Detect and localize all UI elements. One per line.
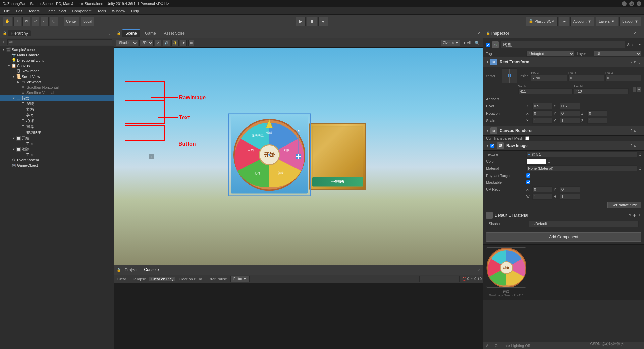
plastic-scm-button[interactable]: 🔒 Plastic SCM	[526, 17, 558, 26]
tree-arrow-zhuanpan[interactable]: ▼	[11, 96, 16, 101]
game-tab[interactable]: Game	[142, 30, 159, 37]
tree-item-wendu[interactable]: ▶ T 温暖	[0, 101, 114, 107]
scale-tool-button[interactable]: ⤢	[32, 17, 39, 26]
menu-window[interactable]: Window	[109, 8, 128, 14]
minimize-button[interactable]: —	[622, 1, 627, 6]
raw-image-enabled-checkbox[interactable]	[490, 144, 494, 148]
set-native-size-button[interactable]: Set Native Size	[607, 202, 641, 208]
tree-item-shenqi[interactable]: ▶ T 神奇	[0, 112, 114, 118]
cr-info-btn[interactable]: ?	[630, 129, 632, 133]
tree-item-quxiao[interactable]: ▼ 🔲 消除	[0, 146, 114, 152]
texture-select-btn[interactable]: ⊙	[639, 153, 641, 156]
static-dropdown-icon[interactable]: ▼	[638, 43, 641, 46]
tree-arrow-scrollview[interactable]: ▼	[11, 74, 16, 79]
color-select-btn[interactable]: ⊙	[548, 160, 550, 163]
uv-y-input[interactable]	[560, 186, 580, 192]
ui-mat-menu-btn[interactable]: ⋮	[638, 214, 641, 217]
hierarchy-tab[interactable]: Hierarchy	[8, 30, 31, 36]
rot-z-input[interactable]	[587, 110, 607, 116]
pivot-diagram[interactable]	[502, 68, 517, 83]
close-button[interactable]: ✕	[637, 1, 641, 6]
texture-field[interactable]: ● 转盘1	[526, 151, 637, 157]
tree-item-quxiao-text[interactable]: ▶ T Text	[0, 152, 114, 157]
rotate-tool-button[interactable]: ↺	[22, 17, 30, 26]
tree-item-scrollbar-h[interactable]: ▶ ≡ Scrollbar Horizontal	[0, 85, 114, 90]
clear-button[interactable]: Clear	[115, 277, 128, 281]
menu-file[interactable]: File	[1, 8, 13, 14]
scene-view[interactable]: 开始 温暖 刘柄 神奇 心海 可靠 提纳纳里	[114, 48, 483, 265]
clear-on-play-button[interactable]: Clear on Play	[149, 277, 175, 281]
cull-transparent-checkbox[interactable]	[525, 136, 529, 140]
posz-input[interactable]	[605, 75, 641, 81]
menu-tools[interactable]: Tools	[95, 8, 109, 14]
scene-search-button[interactable]: 🔍	[473, 40, 481, 46]
uv-w-input[interactable]	[532, 194, 552, 200]
tree-arrow-canvas[interactable]: ▼	[7, 63, 11, 68]
center-button[interactable]: Center	[64, 17, 79, 26]
rt-info-button[interactable]: ?	[630, 60, 632, 64]
transform-tool-button[interactable]: ⬡	[50, 17, 58, 26]
tree-item-kaishi-text[interactable]: ▶ T Text	[0, 141, 114, 146]
shader-field[interactable]: UI/Default	[529, 221, 639, 227]
layer-select[interactable]: UI	[594, 51, 642, 57]
layout-button[interactable]: Layout ▼	[619, 17, 641, 26]
canvas-renderer-section-header[interactable]: ▼ ⊡ Canvas Renderer ? ⚙ ⋮	[483, 126, 644, 136]
inspector-maximize-button[interactable]: ⤢	[633, 31, 636, 35]
layers-button[interactable]: Layers ▼	[596, 17, 618, 26]
tree-item-tinanali[interactable]: ▶ T 提纳纳里	[0, 130, 114, 135]
height-input[interactable]	[574, 88, 628, 94]
tree-item-rawimage[interactable]: ▶ 🖼 RawImage	[0, 68, 114, 74]
hand-tool-button[interactable]: ✋	[3, 17, 12, 26]
material-field[interactable]: None (Material)	[526, 165, 637, 171]
pivot-x-input[interactable]	[532, 103, 552, 109]
tree-item-xinhai[interactable]: ▶ T 心海	[0, 118, 114, 124]
move-tool-button[interactable]: ✛	[13, 17, 21, 26]
posy-input[interactable]	[568, 75, 604, 81]
rt-menu-button[interactable]: ⋮	[638, 60, 641, 64]
cloud-button[interactable]: ☁	[559, 17, 569, 26]
tree-item-scrollview[interactable]: ▼ 📜 Scroll View	[0, 74, 114, 79]
maskable-checkbox[interactable]	[526, 180, 530, 184]
cr-settings-btn[interactable]: ⚙	[634, 129, 637, 133]
console-tab[interactable]: Console	[141, 267, 161, 273]
color-preview[interactable]	[526, 159, 546, 164]
editor-maximize-button[interactable]: ⤢	[477, 31, 480, 35]
pivot-y-input[interactable]	[560, 103, 580, 109]
lighting-button[interactable]: ☀	[155, 40, 161, 46]
tree-item-viewport[interactable]: ▶ ▭ Viewport	[0, 79, 114, 85]
tree-arrow-quxiao[interactable]: ▼	[11, 147, 16, 152]
ui-mat-settings-btn[interactable]: ⚙	[633, 214, 636, 217]
error-pause-button[interactable]: Error Pause	[205, 277, 229, 281]
menu-gameobject[interactable]: GameObject	[43, 8, 69, 14]
hierarchy-add-button[interactable]: +	[1, 40, 6, 44]
tag-select[interactable]: Untagted	[526, 51, 574, 57]
scene-tab[interactable]: Scene	[122, 29, 140, 37]
tree-item-kaishi[interactable]: ▼ 🔲 开始	[0, 135, 114, 141]
uv-x-input[interactable]	[532, 186, 552, 192]
tree-item-zhuanpan[interactable]: ▼ ▭ 转盘	[0, 95, 114, 101]
tree-arrow-kaishi[interactable]: ▼	[11, 136, 16, 141]
inspector-options-button[interactable]: ⋮	[638, 31, 641, 35]
raycast-checkbox[interactable]	[526, 173, 530, 178]
maximize-button[interactable]: □	[629, 1, 634, 6]
hierarchy-options-button[interactable]: ⋮	[108, 31, 111, 35]
effects-button[interactable]: ✨	[171, 40, 179, 46]
posx-input[interactable]	[531, 75, 567, 81]
raw-image-section-header[interactable]: ▼ 🖼 Raw Image ? ⚙ ⋮	[483, 141, 644, 151]
tree-item-liubing[interactable]: ▶ T 刘柄	[0, 107, 114, 112]
width-plus-btn[interactable]: +	[637, 87, 641, 92]
samplescene-options[interactable]: ⋮	[109, 48, 112, 52]
add-component-button[interactable]: Add Component	[486, 232, 641, 242]
tree-item-gameobject[interactable]: ▶ 🎮 GameObject	[0, 163, 114, 168]
object-name-input[interactable]	[501, 41, 625, 48]
hidden-button[interactable]: 👁	[180, 40, 187, 46]
step-button[interactable]: ⏭	[318, 17, 328, 26]
local-button[interactable]: Local	[81, 17, 94, 26]
collapse-button[interactable]: Collapse	[129, 277, 148, 281]
gizmos-button[interactable]: Gizmos ▼	[441, 40, 460, 46]
width-minus-btn[interactable]: -	[633, 87, 636, 92]
tree-arrow-samplescene[interactable]: ▼	[1, 47, 6, 52]
tree-item-keke[interactable]: ▶ T 可靠	[0, 124, 114, 130]
rt-settings-button[interactable]: ⚙	[634, 60, 637, 64]
hierarchy-search-input[interactable]	[7, 39, 112, 45]
